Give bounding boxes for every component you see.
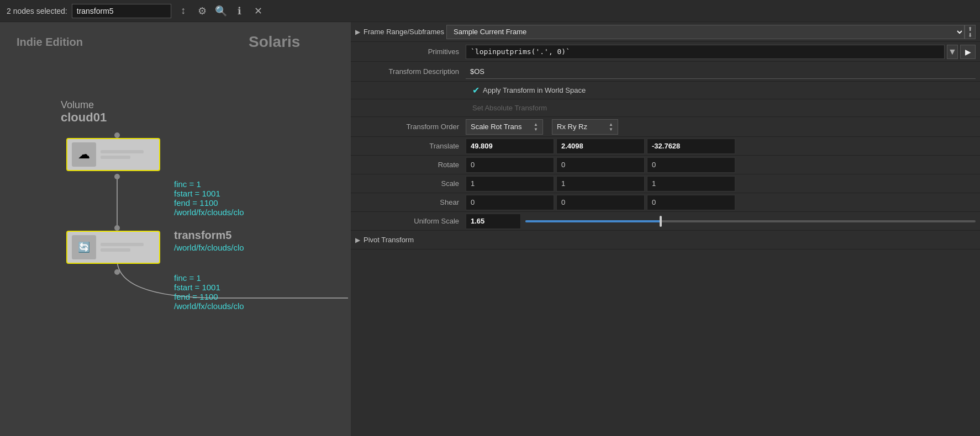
transform5-node-name: transform5 — [174, 229, 231, 242]
rotate-y[interactable] — [556, 157, 645, 173]
primitives-input[interactable] — [466, 45, 945, 59]
cloud01-node-name: cloud01 — [61, 110, 107, 125]
transform5-path-text: /world/fx/clouds/clo — [174, 243, 244, 252]
transform-order-dropdown[interactable]: Scale Rot Trans ▲▼ — [466, 119, 543, 135]
close-icon-btn[interactable]: ✕ — [251, 3, 266, 19]
volume-label: Volume — [61, 99, 94, 110]
shear-label: Shear — [355, 198, 466, 206]
shear-y[interactable] — [556, 195, 645, 210]
translate-label: Translate — [355, 142, 466, 150]
transform5-path2: /world/fx/clouds/clo — [174, 301, 244, 311]
info-icon-btn[interactable]: ℹ — [232, 3, 247, 19]
transform-order-label: Transform Order — [355, 123, 466, 131]
transform-order-row: Transform Order Scale Rot Trans ▲▼ Rx Ry… — [351, 117, 980, 137]
primitives-play-btn[interactable]: ▶ — [960, 45, 976, 59]
node-graph: Indie Edition Solaris Volume cloud01 ☁ f… — [0, 22, 351, 436]
set-absolute-checkbox-item: Set Absolute Transform — [472, 104, 547, 112]
top-bar-icons: ↕ ⚙ 🔍 ℹ ✕ — [176, 3, 266, 19]
set-absolute-label: Set Absolute Transform — [472, 104, 547, 112]
scale-row: Scale — [351, 174, 980, 193]
top-bar: 2 nodes selected: ↕ ⚙ 🔍 ℹ ✕ — [0, 0, 980, 22]
frame-range-row: ▶ Frame Range/Subframes Sample Current F… — [351, 22, 980, 42]
scale-label: Scale — [355, 179, 466, 188]
cloud01-info: finc = 1 fstart = 1001 fend = 1100 /worl… — [174, 179, 244, 217]
pivot-expand-btn[interactable]: ▶ — [355, 236, 360, 244]
indie-edition-label: Indie Edition — [17, 36, 83, 49]
cloud01-node-icon: ☁ — [72, 142, 96, 167]
transform-order-arrows: ▲▼ — [534, 122, 538, 132]
translate-x[interactable] — [466, 139, 554, 154]
rotation-order-dropdown[interactable]: Rx Ry Rz ▲▼ — [552, 119, 618, 135]
cloud01-label: cloud01 — [61, 110, 107, 124]
apply-transform-label: Apply Transform in World Space — [483, 86, 586, 94]
transform5-line2 — [101, 248, 130, 252]
sort-icon-btn[interactable]: ↕ — [176, 3, 191, 19]
cloud01-node-card[interactable]: ☁ — [66, 138, 160, 171]
translate-y[interactable] — [556, 139, 645, 154]
rotate-label: Rotate — [355, 161, 466, 169]
properties-panel: ▶ Frame Range/Subframes Sample Current F… — [351, 22, 980, 436]
transform-desc-input[interactable] — [466, 65, 976, 79]
shear-z[interactable] — [647, 195, 735, 210]
transform5-node-card[interactable]: 🔄 — [66, 231, 160, 264]
set-absolute-row: Set Absolute Transform — [351, 99, 980, 117]
apply-transform-checkmark: ✔ — [472, 85, 480, 95]
cloud01-fend: fend = 1100 — [174, 198, 244, 208]
cloud01-card-lines — [101, 149, 155, 160]
volume-node-title: Volume — [61, 99, 94, 111]
cloud01-path: /world/fx/clouds/clo — [174, 208, 244, 217]
transform5-finc: finc = 1 — [174, 273, 244, 283]
transform-desc-value — [466, 65, 976, 79]
frame-range-dropdown-arrow[interactable]: ⬆⬇ — [965, 25, 976, 39]
pivot-transform-row: ▶ Pivot Transform — [351, 231, 980, 249]
transform5-node-icon: 🔄 — [72, 235, 96, 259]
frame-range-expand-btn[interactable]: ▶ — [355, 28, 360, 36]
cloud01-line1 — [101, 150, 144, 153]
translate-z[interactable] — [647, 139, 735, 154]
node-name-input[interactable] — [72, 4, 171, 18]
transform5-card-lines — [101, 242, 155, 253]
gear-icon-btn[interactable]: ⚙ — [194, 3, 210, 19]
scale-y[interactable] — [556, 176, 645, 192]
transform5-fend: fend = 1100 — [174, 292, 244, 301]
frame-range-label: Frame Range/Subframes — [363, 28, 446, 36]
primitives-row: Primitives ▼ ▶ — [351, 42, 980, 62]
transform-desc-row: Transform Description — [351, 62, 980, 82]
rotate-x[interactable] — [466, 157, 554, 173]
transform5-bottom-info: finc = 1 fstart = 1001 fend = 1100 /worl… — [174, 273, 244, 311]
rotation-order-value: Rx Ry Rz — [557, 123, 587, 131]
uniform-scale-slider-fill — [525, 220, 661, 222]
primitives-value: ▼ ▶ — [466, 45, 976, 59]
frame-range-select[interactable]: Sample Current Frame — [446, 25, 965, 39]
transform5-bottom-connector — [114, 269, 120, 275]
transform5-fstart: fstart = 1001 — [174, 283, 244, 292]
shear-x[interactable] — [466, 195, 554, 210]
cloud01-fstart: fstart = 1001 — [174, 189, 244, 198]
cloud01-finc: finc = 1 — [174, 179, 244, 189]
pivot-label: Pivot Transform — [363, 236, 414, 244]
cloud01-top-connector — [114, 132, 120, 138]
uniform-scale-slider-track[interactable] — [525, 220, 976, 222]
transform-order-value: Scale Rot Trans — [471, 123, 522, 131]
cloud01-line2 — [101, 156, 130, 159]
uniform-scale-slider-thumb[interactable] — [660, 216, 662, 227]
transform5-label: transform5 — [174, 229, 231, 241]
scale-z[interactable] — [647, 176, 735, 192]
apply-transform-checkbox-item[interactable]: ✔ Apply Transform in World Space — [472, 85, 586, 95]
shear-row: Shear — [351, 193, 980, 212]
transform-desc-label: Transform Description — [355, 67, 466, 76]
cloud01-bottom-connector — [114, 174, 120, 179]
rotate-z[interactable] — [647, 157, 735, 173]
apply-transform-row: ✔ Apply Transform in World Space — [351, 82, 980, 99]
scale-x[interactable] — [466, 176, 554, 192]
rotation-order-arrows: ▲▼ — [609, 122, 613, 132]
uniform-scale-input[interactable] — [466, 214, 521, 229]
transform5-line1 — [101, 243, 144, 246]
nodes-selected-label: 2 nodes selected: — [7, 7, 67, 15]
uniform-scale-label: Uniform Scale — [355, 217, 466, 225]
primitives-dropdown-btn[interactable]: ▼ — [947, 45, 958, 59]
transform5-top-connector — [114, 225, 120, 231]
rotate-row: Rotate — [351, 156, 980, 174]
search-icon-btn[interactable]: 🔍 — [213, 3, 229, 19]
transform-order-controls: Scale Rot Trans ▲▼ Rx Ry Rz ▲▼ — [466, 119, 618, 135]
